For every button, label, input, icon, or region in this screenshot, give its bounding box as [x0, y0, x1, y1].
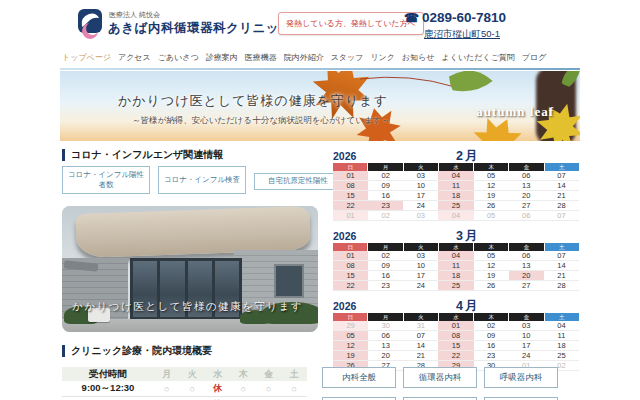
fever-patients-button[interactable]: 発熱している方、発熱していた方へ [278, 12, 424, 35]
reception-day-header: 木 [231, 368, 257, 381]
clinic-name: あきば内科循環器科クリニック [108, 20, 292, 37]
weekday-label: 月 [368, 313, 402, 321]
weekday-label: 水 [439, 243, 473, 251]
nav-item[interactable]: 院内外紹介 [284, 52, 324, 63]
calendar-day: 22 [333, 281, 368, 290]
calendar-day: 19 [333, 351, 368, 360]
nav-divider [60, 68, 580, 70]
nav-item[interactable]: ごあいさつ [158, 52, 199, 63]
department-button[interactable]: 循環器内科 [403, 367, 477, 388]
calendar-weekday-row: 日月火水木金土 [333, 243, 579, 251]
calendar: 20264月日月火水木金土293031010203040506070809101… [333, 298, 579, 371]
nav-item[interactable]: 診療案内 [206, 52, 238, 63]
calendar-row: 15161718192021 [333, 271, 579, 281]
calendar-day: 11 [438, 261, 473, 270]
nav-item[interactable]: アクセス [118, 52, 151, 63]
corona-info-button[interactable]: 自宅抗原定性陽性 [254, 173, 342, 190]
calendar-weekday-row: 日月火水木金土 [333, 313, 579, 321]
reception-table-header: 受付時間月火水木金土 [62, 367, 307, 381]
weekday-label: 火 [404, 313, 438, 321]
calendar-day: 04 [438, 211, 473, 220]
nav-item[interactable]: よくいただくご質問 [442, 52, 515, 63]
weekday-label: 日 [333, 313, 367, 321]
calendar-year: 2026 [333, 150, 356, 162]
calendar-day: 07 [544, 251, 579, 260]
calendar-day: 17 [403, 271, 438, 280]
calendar-row: 08091011121314 [333, 261, 579, 271]
calendar-day: 23 [474, 351, 509, 360]
calendar-row: 19202122232425 [333, 351, 579, 361]
calendar-day: 29 [333, 321, 368, 330]
reception-mark: ○ [180, 384, 206, 394]
department-button[interactable]: 呼吸器内科 [484, 367, 558, 388]
banner-subtitle: ～皆様が納得、安心いただける十分な病状説明を心がけています～ [132, 115, 390, 127]
calendar-row: 05060708091011 [333, 331, 579, 341]
weekday-label: 水 [439, 313, 473, 321]
calendar-header: 20264月 [333, 298, 579, 311]
clinic-logo-icon [76, 9, 106, 40]
weekday-label: 金 [509, 313, 543, 321]
calendar-day: 05 [474, 251, 509, 260]
calendar-row: 22232425262728 [333, 281, 579, 291]
calendar-row: 01020304050607 [333, 171, 579, 181]
calendar-day: 15 [333, 191, 368, 200]
reception-time: 9:00～12:30 [62, 382, 154, 395]
calendar: 20262月日月火水木金土010203040506070809101112131… [333, 148, 579, 221]
reception-time-header: 受付時間 [62, 368, 154, 381]
department-buttons: 内科全般循環器内科呼吸器内科 [322, 367, 580, 400]
reception-mark: 休 [205, 382, 231, 395]
calendar-day: 17 [403, 191, 438, 200]
reception-mark: ○ [154, 384, 180, 394]
calendar-day: 22 [438, 351, 473, 360]
calendar: 20263月日月火水木金土010203040506070809101112131… [333, 228, 579, 291]
corona-info-button[interactable]: コロナ・インフル陽性者数 [62, 166, 150, 194]
weekday-label: 土 [545, 163, 579, 171]
calendar-year: 2026 [333, 300, 356, 312]
calendar-day: 12 [474, 261, 509, 270]
calendar-day: 02 [368, 171, 403, 180]
weekday-label: 日 [333, 243, 367, 251]
calendar-day: 07 [544, 171, 579, 180]
calendar-day: 06 [509, 211, 544, 220]
calendar-day: 02 [368, 251, 403, 260]
corona-section-heading: コロナ・インフルエンザ関連情報 [62, 148, 223, 162]
nav-item[interactable]: スタッフ [331, 52, 364, 63]
calendar-header: 20263月 [333, 228, 579, 241]
calendar-day: 27 [509, 201, 544, 210]
nav-item[interactable]: トップページ [62, 52, 111, 63]
calendar-day: 19 [474, 191, 509, 200]
clinic-photo: かかりつけ医として皆様の健康を守ります [62, 206, 318, 332]
calendar-row: 22232425262728 [333, 201, 579, 211]
calendar-day: 05 [474, 171, 509, 180]
weekday-label: 木 [474, 243, 508, 251]
reception-day-header: 月 [154, 368, 180, 381]
calendar-day: 04 [438, 251, 473, 260]
calendar-weekday-row: 日月火水木金土 [333, 163, 579, 171]
calendar-day: 03 [403, 171, 438, 180]
weekday-label: 土 [545, 313, 579, 321]
department-button[interactable]: 内科全般 [322, 367, 396, 388]
corona-buttons: コロナ・インフル陽性者数コロナ・インフル検査自宅抗原定性陽性 [62, 166, 342, 194]
calendar-day: 01 [438, 321, 473, 330]
weekday-label: 火 [404, 243, 438, 251]
calendar-day: 09 [368, 181, 403, 190]
address-link[interactable]: 鹿沼市樅山町50-1 [424, 28, 500, 41]
calendar-day: 02 [474, 321, 509, 330]
calendar-day: 10 [403, 181, 438, 190]
nav-item[interactable]: 医療機器 [245, 52, 277, 63]
weekday-label: 月 [368, 243, 402, 251]
calendar-day: 01 [333, 251, 368, 260]
nav-item[interactable]: リンク [370, 52, 395, 63]
reception-day-header: 土 [282, 368, 308, 381]
weekday-label: 金 [509, 243, 543, 251]
reception-mark: ○ [231, 384, 257, 394]
reception-day-header: 水 [205, 368, 231, 381]
corona-info-button[interactable]: コロナ・インフル検査 [158, 166, 246, 194]
nav-item[interactable]: お知らせ [402, 52, 435, 63]
calendar-day: 21 [544, 271, 579, 280]
nav-item[interactable]: ブログ [522, 52, 547, 63]
banner-title: かかりつけ医として皆様の健康を守ります [118, 92, 388, 110]
weekday-label: 金 [509, 163, 543, 171]
calendar-day: 20 [509, 271, 544, 280]
calendar-day: 28 [544, 281, 579, 290]
